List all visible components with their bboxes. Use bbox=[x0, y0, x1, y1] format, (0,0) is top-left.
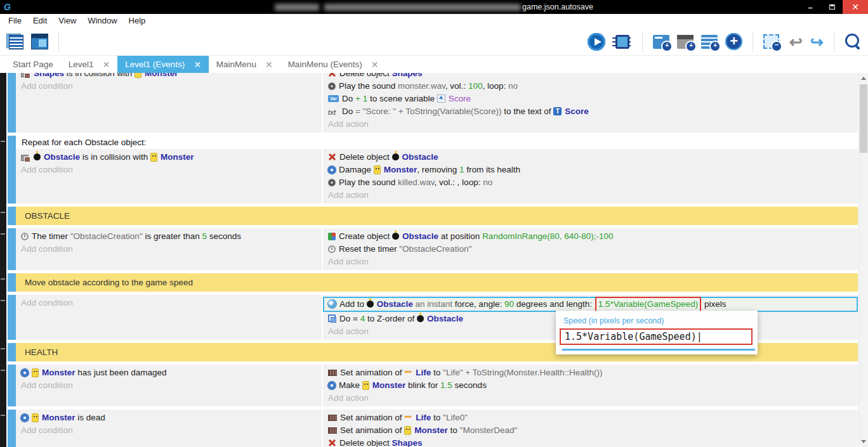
event-selection-bar[interactable] bbox=[8, 207, 16, 225]
event-selection-bar[interactable] bbox=[8, 343, 16, 361]
input-underline bbox=[562, 349, 755, 351]
fold-tick[interactable] bbox=[1, 233, 5, 235]
add-subevent-icon[interactable] bbox=[677, 35, 694, 49]
condition-line[interactable]: Monster has just been damaged bbox=[16, 366, 322, 379]
collision-icon bbox=[21, 73, 29, 77]
conditions-column: The timer "ObstacleCreation" is greater … bbox=[16, 228, 323, 270]
add-action-link[interactable]: Add action bbox=[323, 189, 858, 202]
maximize-button[interactable] bbox=[821, 0, 843, 14]
menu-item-window[interactable]: Window bbox=[82, 14, 122, 28]
monster-icon bbox=[135, 73, 141, 78]
life-icon bbox=[404, 370, 415, 377]
close-button[interactable]: ✕ bbox=[843, 0, 868, 14]
conditions-column: Add condition bbox=[16, 295, 323, 340]
add-condition-link[interactable]: Add condition bbox=[16, 243, 322, 256]
fold-tick[interactable] bbox=[1, 415, 5, 416]
tab-close-icon[interactable]: ✕ bbox=[265, 60, 273, 70]
menu-bar: FileEditViewWindowHelp bbox=[0, 14, 868, 28]
expression-input[interactable]: 1.5*Variable(GameSpeed)| bbox=[560, 328, 753, 345]
action-line[interactable]: Delete object Shapes bbox=[323, 437, 858, 447]
menu-item-file[interactable]: File bbox=[3, 14, 27, 28]
tab-close-icon[interactable]: ✕ bbox=[103, 60, 110, 70]
fold-tick[interactable] bbox=[1, 300, 5, 301]
add-condition-link[interactable]: Add condition bbox=[16, 424, 322, 437]
undo-icon[interactable]: ↩ bbox=[789, 34, 803, 50]
menu-item-view[interactable]: View bbox=[53, 14, 82, 28]
comment-event[interactable]: Move obstacle according to the game spee… bbox=[16, 273, 858, 292]
add-event-icon[interactable] bbox=[653, 35, 669, 49]
event-selection-bar[interactable] bbox=[8, 295, 16, 340]
condition-line[interactable]: The timer "ObstacleCreation" is greater … bbox=[16, 230, 322, 243]
fold-tick[interactable] bbox=[1, 141, 5, 142]
text-segment: = bbox=[353, 314, 360, 323]
scrollbar-up-arrow[interactable] bbox=[859, 74, 868, 83]
add-action-link[interactable]: Add action bbox=[323, 118, 858, 131]
add-action-link[interactable]: Add action bbox=[323, 256, 858, 268]
preview-play-icon[interactable] bbox=[588, 33, 605, 51]
event-selection-bar[interactable] bbox=[8, 410, 16, 447]
scrollbar-down-arrow[interactable] bbox=[859, 437, 868, 446]
fold-tick[interactable] bbox=[1, 370, 5, 371]
remove-event-icon[interactable] bbox=[763, 34, 779, 49]
project-manager-icon[interactable] bbox=[6, 34, 23, 49]
add-condition-link[interactable]: Add condition bbox=[16, 80, 322, 93]
action-line[interactable]: Create object Obstacle at position Rando… bbox=[323, 230, 858, 243]
tab-close-icon[interactable]: ✕ bbox=[194, 60, 201, 70]
action-line[interactable]: Set animation of Life to "Life0" bbox=[323, 411, 858, 424]
menu-item-help[interactable]: Help bbox=[123, 14, 152, 28]
minimize-button[interactable]: – bbox=[799, 0, 821, 14]
fold-tick[interactable] bbox=[1, 278, 5, 280]
tab-level1-events-[interactable]: Level1 (Events)✕ bbox=[117, 56, 209, 73]
tab-mainmenu-events-[interactable]: MainMenu (Events)✕ bbox=[280, 56, 386, 73]
text-segment: Do bbox=[342, 94, 355, 103]
condition-line[interactable]: Monster is dead bbox=[16, 411, 322, 424]
scrollbar-thumb[interactable] bbox=[860, 84, 867, 153]
event: Shapes is in collision with MonsterAdd c… bbox=[16, 73, 858, 133]
tab-level1[interactable]: Level1✕ bbox=[61, 56, 118, 73]
action-line[interactable]: Play the sound monster.wav, vol.: 100, l… bbox=[323, 80, 858, 93]
condition-line[interactable]: Shapes is in collision with Monster bbox=[16, 73, 322, 80]
vertical-scrollbar[interactable] bbox=[858, 73, 868, 447]
menu-item-edit[interactable]: Edit bbox=[27, 14, 53, 28]
tab-close-icon[interactable]: ✕ bbox=[371, 60, 379, 70]
scene-editor-icon[interactable] bbox=[31, 34, 48, 49]
debug-icon[interactable] bbox=[615, 35, 629, 49]
text-segment: Monster bbox=[42, 368, 76, 377]
redo-icon[interactable]: ↪ bbox=[810, 34, 824, 50]
fold-tick[interactable] bbox=[1, 348, 5, 349]
action-line[interactable]: Reset the timer "ObstacleCreation" bbox=[323, 243, 858, 256]
add-comment-icon[interactable] bbox=[701, 35, 718, 49]
action-line[interactable]: Delete object Shapes bbox=[323, 73, 858, 80]
search-icon[interactable] bbox=[845, 33, 862, 50]
condition-line[interactable]: Obstacle is in collision with Monster bbox=[16, 151, 322, 164]
event-selection-bar[interactable] bbox=[8, 136, 16, 204]
repeat-event-header[interactable]: Repeat for each Obstacle object: bbox=[16, 136, 858, 149]
fold-tick[interactable] bbox=[1, 212, 5, 213]
actions-column: Delete object ShapesPlay the sound monst… bbox=[323, 73, 858, 133]
text-segment: Add to bbox=[339, 299, 367, 309]
conditions-column: Shapes is in collision with MonsterAdd c… bbox=[16, 73, 323, 133]
add-condition-link[interactable]: Add condition bbox=[16, 379, 322, 392]
action-line[interactable]: Make Monster blink for 1.5 seconds bbox=[323, 379, 858, 392]
action-line[interactable]: Set animation of Life to "Life" + ToStri… bbox=[323, 366, 858, 379]
event-selection-bar[interactable] bbox=[8, 73, 16, 133]
add-condition-link[interactable]: Add condition bbox=[16, 297, 322, 309]
event-selection-bar[interactable] bbox=[8, 228, 16, 270]
add-condition-link[interactable]: Add condition bbox=[16, 164, 322, 176]
add-action-link[interactable]: Add action bbox=[323, 392, 858, 405]
text-segment: Do bbox=[339, 314, 353, 323]
add-new-event-icon[interactable] bbox=[725, 33, 742, 50]
action-line[interactable]: Damage Monster, removing 1 from its heal… bbox=[323, 164, 858, 176]
event-selection-bar[interactable] bbox=[8, 273, 16, 292]
comment-event[interactable]: OBSTACLE bbox=[16, 207, 858, 225]
action-line[interactable]: Set animation of Monster to "MonsterDead… bbox=[323, 424, 858, 437]
action-line[interactable]: Play the sound killed.wav, vol.: , loop:… bbox=[323, 176, 858, 189]
action-line[interactable]: Do = "Score: " + ToString(Variable(Score… bbox=[323, 105, 858, 118]
tab-mainmenu[interactable]: MainMenu✕ bbox=[209, 56, 280, 73]
event-selection-bar[interactable] bbox=[8, 365, 16, 406]
action-line[interactable]: Delete object Obstacle bbox=[323, 151, 858, 164]
event: The timer "ObstacleCreation" is greater … bbox=[16, 228, 858, 270]
action-line[interactable]: Add to Obstacle an instant force, angle:… bbox=[323, 297, 858, 312]
tab-start-page[interactable]: Start Page bbox=[5, 56, 61, 73]
action-line[interactable]: Do + 1 to scene variable Score bbox=[323, 93, 858, 105]
